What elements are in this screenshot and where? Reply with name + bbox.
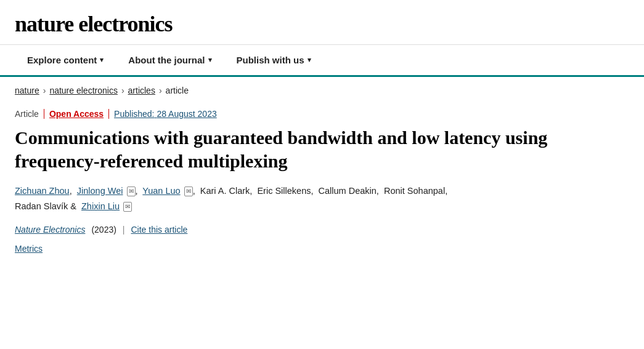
meta-divider: [108, 109, 109, 119]
published-date[interactable]: Published: 28 August 2023: [114, 109, 217, 119]
breadcrumb: nature › nature electronics › articles ›…: [0, 77, 644, 99]
breadcrumb-nav: nature › nature electronics › articles ›…: [15, 86, 629, 95]
chevron-down-icon: ▾: [308, 56, 311, 64]
breadcrumb-articles[interactable]: articles: [128, 86, 155, 95]
author-jinlong-wei[interactable]: Jinlong Wei: [77, 186, 123, 196]
author-eric-sillekens: Eric Sillekens: [257, 186, 311, 196]
article-type: Article: [15, 109, 39, 119]
journal-year: (2023): [91, 225, 116, 235]
open-access-badge[interactable]: Open Access: [49, 109, 104, 119]
author-radan-slavik: Radan Slavík: [15, 201, 68, 211]
breadcrumb-current: article: [166, 86, 189, 95]
breadcrumb-separator: ›: [43, 86, 46, 95]
journal-links: Nature Electronics (2023) | Cite this ar…: [15, 225, 629, 235]
breadcrumb-separator: ›: [159, 86, 162, 95]
site-logo[interactable]: nature electronics: [15, 23, 173, 33]
breadcrumb-nature[interactable]: nature: [15, 86, 39, 95]
email-icon: ✉: [184, 187, 193, 196]
nav-link-about-journal[interactable]: About the journal ▾: [116, 45, 224, 75]
author-kari-clark: Kari A. Clark: [200, 186, 250, 196]
nav-item-publish-with-us[interactable]: Publish with us ▾: [224, 45, 324, 75]
jlink-divider: |: [123, 225, 125, 235]
breadcrumb-nature-electronics[interactable]: nature electronics: [49, 86, 118, 95]
author-ronit-sohanpal: Ronit Sohanpal: [384, 186, 445, 196]
article-title: Communications with guaranteed bandwidth…: [15, 126, 569, 172]
metrics-link[interactable]: Metrics: [15, 244, 43, 254]
author-yuan-luo[interactable]: Yuan Luo: [142, 186, 180, 196]
article-meta: Article Open Access Published: 28 August…: [15, 109, 629, 119]
cite-article-link[interactable]: Cite this article: [131, 225, 188, 235]
site-header: nature electronics: [0, 0, 644, 45]
article-main: Article Open Access Published: 28 August…: [0, 99, 644, 260]
email-icon: ✉: [123, 202, 132, 212]
meta-divider: [44, 109, 44, 119]
author-callum-deakin: Callum Deakin: [319, 186, 377, 196]
nav-link-explore-content[interactable]: Explore content ▾: [15, 45, 116, 75]
main-nav: Explore content ▾ About the journal ▾ Pu…: [0, 45, 644, 77]
author-zichuan-zhou[interactable]: Zichuan Zhou: [15, 186, 70, 196]
nav-link-publish-with-us[interactable]: Publish with us ▾: [224, 45, 324, 75]
nav-item-about-journal[interactable]: About the journal ▾: [116, 45, 224, 75]
chevron-down-icon: ▾: [100, 56, 104, 64]
author-zhixin-liu[interactable]: Zhixin Liu: [81, 201, 120, 211]
authors-list: Zichuan Zhou, Jinlong Wei ✉, Yuan Luo ✉,…: [15, 183, 629, 214]
journal-name-link[interactable]: Nature Electronics: [15, 225, 85, 235]
breadcrumb-separator: ›: [121, 86, 124, 95]
email-icon: ✉: [127, 187, 136, 196]
chevron-down-icon: ▾: [208, 56, 212, 64]
nav-item-explore-content[interactable]: Explore content ▾: [15, 45, 116, 75]
